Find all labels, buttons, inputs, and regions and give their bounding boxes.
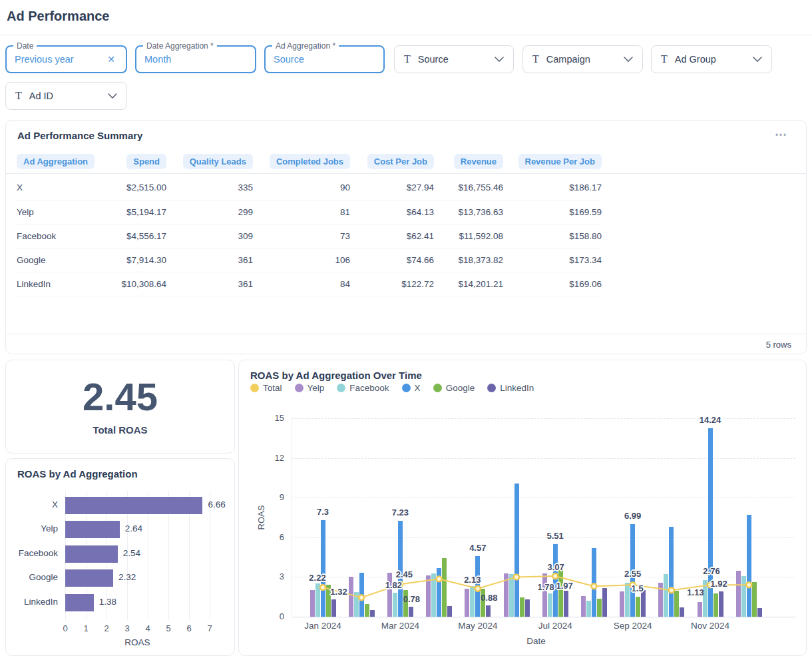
table-cell: 299 bbox=[166, 200, 253, 224]
table-cell: 90 bbox=[253, 176, 350, 200]
table-cell: $122.72 bbox=[350, 272, 434, 296]
table-cell: $18,373.82 bbox=[434, 248, 503, 272]
table-cell: 361 bbox=[166, 248, 253, 272]
data-label: 1.97 bbox=[556, 581, 573, 591]
filter-date-aggregation-value: Month bbox=[144, 54, 171, 65]
bar-facebook bbox=[65, 545, 118, 563]
summary-table-card: Ad Performance Summary ⋯ Ad AggregationS… bbox=[5, 120, 807, 354]
line-point bbox=[475, 586, 481, 591]
table-cell: Google bbox=[17, 248, 110, 272]
x-axis-tick: 4 bbox=[145, 623, 150, 633]
gridline bbox=[210, 491, 210, 620]
roas-by-ad-aggregation-card: ROAS by Ad Aggregation 01234567X6.66Yelp… bbox=[5, 458, 235, 656]
filter-source-dropdown[interactable]: T Source bbox=[394, 45, 514, 73]
bar-google bbox=[65, 569, 113, 587]
table-cell: $62.41 bbox=[350, 224, 434, 248]
table-cell: $27.94 bbox=[350, 176, 434, 200]
filter-ad-aggregation-label: Ad Aggregation * bbox=[272, 41, 339, 51]
row-count: 5 rows bbox=[766, 340, 791, 350]
roas-over-time-card: ROAS by Ad Aggregation Over Time TotalYe… bbox=[238, 360, 807, 656]
ellipsis-menu-icon[interactable]: ⋯ bbox=[775, 129, 787, 141]
table-row: Google$7,914.30361106$74.66$18,373.82$17… bbox=[17, 248, 602, 272]
data-label: 7.3 bbox=[317, 507, 329, 517]
chevron-down-icon bbox=[108, 93, 117, 99]
data-label: 1.82 bbox=[385, 580, 402, 590]
x-axis-tick: 0 bbox=[63, 623, 67, 633]
filter-ad-id-label: Ad ID bbox=[29, 91, 53, 101]
filter-ad-group-dropdown[interactable]: T Ad Group bbox=[651, 45, 772, 73]
bar-value-label: 6.66 bbox=[208, 499, 225, 509]
filter-ad-aggregation[interactable]: Ad Aggregation * Source bbox=[264, 45, 385, 73]
text-type-icon: T bbox=[404, 53, 411, 65]
table-cell: Facebook bbox=[17, 224, 110, 248]
line-point bbox=[320, 585, 325, 590]
filter-date-label: Date bbox=[13, 41, 37, 51]
column-header-pill[interactable]: Revenue bbox=[454, 154, 503, 169]
page-title: Ad Performance bbox=[7, 9, 110, 24]
x-axis-tick: 2 bbox=[104, 623, 108, 633]
filter-date-aggregation[interactable]: Date Aggregation * Month bbox=[135, 45, 256, 73]
filter-ad-id-dropdown[interactable]: T Ad ID bbox=[5, 82, 127, 110]
filter-source-label: Source bbox=[418, 54, 449, 65]
x-axis-tick: 5 bbox=[166, 623, 170, 633]
filter-date[interactable]: Date Previous year ✕ bbox=[5, 45, 127, 73]
category-label: Facebook bbox=[6, 548, 58, 558]
text-type-icon: T bbox=[532, 53, 539, 65]
filter-date-value: Previous year bbox=[15, 54, 74, 65]
data-label: 4.57 bbox=[469, 543, 486, 553]
column-header-pill[interactable]: Ad Aggregation bbox=[17, 154, 95, 169]
header-divider bbox=[0, 35, 812, 35]
column-header-pill[interactable]: Quality Leads bbox=[183, 154, 253, 169]
table-cell: $13,736.63 bbox=[434, 200, 503, 224]
table-cell: Yelp bbox=[17, 200, 110, 224]
chevron-down-icon bbox=[753, 57, 762, 62]
category-label: X bbox=[6, 499, 58, 509]
chevron-down-icon bbox=[624, 57, 633, 62]
combo-plot: 036912157.32.221.327.232.451.820.784.572… bbox=[239, 360, 807, 657]
table-cell: $169.06 bbox=[503, 272, 602, 296]
filter-ad-aggregation-value: Source bbox=[274, 54, 304, 65]
line-point bbox=[669, 587, 674, 593]
table-cell: $10,308.64 bbox=[110, 272, 166, 296]
bar-yelp bbox=[65, 521, 120, 538]
column-header-pill[interactable]: Cost Per Job bbox=[367, 154, 434, 169]
data-label: 2.76 bbox=[703, 566, 719, 576]
kpi-label: Total ROAS bbox=[93, 424, 147, 436]
table-cell: $186.17 bbox=[503, 176, 602, 200]
category-label: LinkedIn bbox=[6, 597, 58, 607]
data-label: 1.92 bbox=[710, 579, 727, 589]
table-row: Yelp$5,194.1729981$64.13$13,736.63$169.5… bbox=[17, 200, 602, 224]
line-point bbox=[552, 573, 558, 579]
x-axis-tick: 3 bbox=[124, 623, 129, 633]
bar-value-label: 2.54 bbox=[123, 548, 140, 558]
bar-value-label: 2.32 bbox=[118, 572, 136, 582]
total-roas-card: 2.45 Total ROAS bbox=[5, 360, 235, 454]
line-point bbox=[591, 583, 596, 589]
table-cell: 361 bbox=[166, 272, 253, 296]
bar-linkedin bbox=[65, 594, 94, 611]
table-cell: $173.34 bbox=[503, 248, 602, 272]
column-header-pill[interactable]: Revenue Per Job bbox=[518, 154, 602, 169]
table-cell: $14,201.21 bbox=[434, 272, 503, 296]
table-cell: 73 bbox=[253, 224, 350, 248]
data-label: 1.13 bbox=[687, 587, 704, 597]
x-axis-title: ROAS bbox=[124, 637, 150, 647]
filter-campaign-dropdown[interactable]: T Campaign bbox=[522, 45, 643, 73]
table-cell: $7,914.30 bbox=[110, 248, 166, 272]
x-axis-tick: 7 bbox=[207, 623, 212, 633]
table-cell: $16,755.46 bbox=[434, 176, 503, 200]
close-icon[interactable]: ✕ bbox=[104, 53, 118, 66]
line-point bbox=[437, 576, 442, 581]
column-header-pill[interactable]: Completed Jobs bbox=[270, 154, 350, 169]
data-label: 2.55 bbox=[624, 569, 641, 579]
data-label: 0.88 bbox=[481, 593, 497, 603]
table-cell: 309 bbox=[166, 224, 253, 248]
data-label: 1.32 bbox=[330, 587, 347, 597]
table-cell: $2,515.00 bbox=[110, 176, 166, 200]
bar-value-label: 2.64 bbox=[125, 523, 142, 533]
summary-table: Ad AggregationSpendQuality LeadsComplete… bbox=[17, 154, 602, 296]
data-label: 2.13 bbox=[464, 575, 481, 585]
column-header-pill[interactable]: Spend bbox=[126, 154, 166, 169]
table-cell: $4,556.17 bbox=[110, 224, 166, 248]
table-cell: $11,592.08 bbox=[434, 224, 503, 248]
